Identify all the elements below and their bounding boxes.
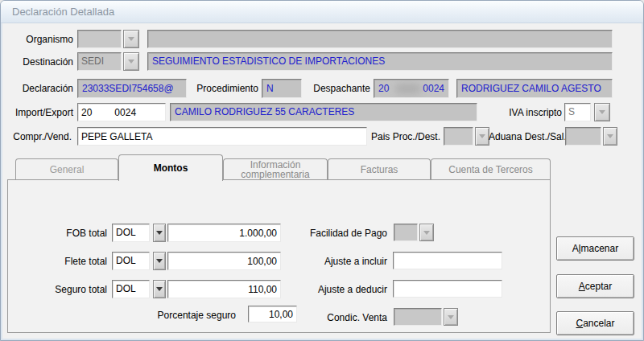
tab-facturas[interactable]: Facturas bbox=[328, 158, 431, 179]
facilidad-pago-label: Facilidad de Pago bbox=[299, 228, 387, 239]
import-export-description-field: CAMILO RODRIGUEZ 55 CARACTERES bbox=[170, 103, 477, 121]
cancelar-button[interactable]: Cancelar bbox=[556, 311, 634, 335]
aceptar-label-post: ceptar bbox=[585, 281, 612, 292]
destinacion-value: SEDI bbox=[77, 52, 122, 71]
tab-cuenta-terceros-label: Cuenta de Terceros bbox=[448, 165, 533, 175]
fob-currency-combobox[interactable]: DOL bbox=[112, 224, 150, 242]
iva-inscripto-input[interactable]: S bbox=[564, 103, 591, 121]
seguro-currency-value: DOL bbox=[112, 280, 150, 298]
compr-vend-input[interactable] bbox=[77, 127, 367, 146]
pais-proc-dest-value bbox=[444, 127, 473, 146]
declaracion-field: 23033SEDI754658@ bbox=[77, 79, 187, 98]
aduana-dest-sal-value bbox=[565, 127, 601, 146]
tab-info-label-line2: complementaria bbox=[241, 170, 309, 179]
pais-proc-dest-combobox bbox=[444, 127, 489, 146]
seguro-total-input[interactable] bbox=[167, 280, 281, 298]
organismo-value bbox=[77, 30, 122, 48]
fob-currency-dropdown-button[interactable] bbox=[153, 224, 166, 242]
iva-inscripto-dropdown-button bbox=[594, 103, 610, 121]
facilidad-pago-combobox bbox=[394, 224, 434, 241]
ajuste-incluir-input[interactable] bbox=[393, 252, 502, 269]
flete-total-input[interactable] bbox=[167, 252, 281, 270]
condic-venta-dropdown-button bbox=[444, 308, 458, 326]
despachante-name-field: RODRIGUEZ CAMILO AGESTO bbox=[456, 79, 613, 98]
redaction-blur bbox=[395, 84, 421, 94]
almacenar-label-pre: A bbox=[572, 243, 579, 254]
almacenar-button[interactable]: Almacenar bbox=[556, 236, 634, 261]
chevron-down-icon bbox=[156, 231, 163, 235]
aceptar-button[interactable]: Aceptar bbox=[556, 274, 634, 298]
ajuste-deducir-label: Ajuste a deducir bbox=[299, 284, 387, 295]
flete-currency-dropdown-button[interactable] bbox=[153, 252, 166, 270]
condic-venta-value bbox=[394, 308, 442, 326]
cancelar-label-accel: C bbox=[576, 318, 583, 329]
chevron-down-icon bbox=[156, 287, 163, 291]
cancelar-label-post: ancelar bbox=[583, 318, 614, 329]
organismo-label: Organismo bbox=[7, 34, 73, 45]
despachante-code-suffix: 0024 bbox=[423, 83, 444, 94]
chevron-down-icon bbox=[128, 37, 134, 41]
chevron-down-icon bbox=[607, 134, 613, 138]
declaration-dialog: Declaración Detallada Organismo Destinac… bbox=[0, 0, 644, 341]
import-export-label: Import/Export bbox=[7, 107, 73, 118]
procedimiento-field: N bbox=[262, 79, 302, 98]
tab-cuenta-de-terceros[interactable]: Cuenta de Terceros bbox=[431, 158, 551, 179]
flete-total-label: Flete total bbox=[33, 256, 107, 267]
tab-facturas-label: Facturas bbox=[361, 165, 398, 175]
tab-info-label-line1: Información bbox=[250, 160, 301, 170]
aceptar-label-accel: A bbox=[579, 281, 585, 292]
import-export-code-prefix: 20 bbox=[81, 107, 92, 118]
window-title: Declaración Detallada bbox=[12, 6, 114, 18]
import-export-code-input[interactable]: 20 0024 bbox=[77, 103, 166, 121]
import-export-code-suffix: 0024 bbox=[114, 107, 136, 118]
tab-general-label: General bbox=[50, 165, 85, 175]
tab-montos[interactable]: Montos bbox=[118, 154, 223, 181]
condic-venta-combobox bbox=[394, 308, 458, 326]
pais-proc-dest-label: Pais Proc./Dest. bbox=[371, 131, 440, 142]
condic-venta-label: Condic. Venta bbox=[299, 312, 387, 323]
organismo-dropdown-button bbox=[123, 30, 139, 48]
destinacion-combobox: SEDI bbox=[77, 52, 139, 71]
destinacion-label: Destinación bbox=[7, 56, 73, 68]
iva-inscripto-label: IVA inscripto bbox=[493, 107, 562, 118]
ajuste-deducir-input[interactable] bbox=[393, 280, 502, 298]
aduana-dest-sal-label: Aduana Dest./Sal. bbox=[489, 131, 563, 142]
compr-vend-label: Compr./Vend. bbox=[7, 131, 72, 142]
fob-currency-value: DOL bbox=[112, 224, 150, 242]
fob-total-input[interactable] bbox=[167, 224, 281, 242]
organismo-combobox bbox=[77, 30, 139, 48]
seguro-currency-combobox[interactable]: DOL bbox=[112, 280, 150, 298]
seguro-currency-dropdown-button[interactable] bbox=[153, 280, 166, 298]
porcentaje-seguro-input[interactable] bbox=[248, 306, 297, 323]
pais-proc-dest-dropdown-button bbox=[475, 127, 489, 146]
chevron-down-icon bbox=[128, 60, 134, 64]
procedimiento-label: Procedimiento bbox=[194, 83, 258, 94]
facilidad-pago-dropdown-button bbox=[419, 224, 434, 241]
ajuste-incluir-label: Ajuste a incluir bbox=[299, 256, 387, 267]
fob-total-label: FOB total bbox=[33, 228, 107, 239]
chevron-down-icon bbox=[156, 259, 163, 263]
declaracion-label: Declaración bbox=[7, 83, 73, 94]
chevron-down-icon bbox=[479, 134, 485, 138]
destinacion-dropdown-button bbox=[123, 52, 139, 71]
facilidad-pago-value bbox=[394, 224, 418, 241]
chevron-down-icon bbox=[599, 110, 605, 114]
despachante-label: Despachante bbox=[311, 83, 370, 94]
flete-currency-combobox[interactable]: DOL bbox=[112, 252, 150, 270]
title-bar: Declaración Detallada bbox=[1, 1, 643, 23]
almacenar-label-post: macenar bbox=[581, 243, 619, 254]
destinacion-description-field: SEGUIMIENTO ESTADISTICO DE IMPORTACIONES bbox=[147, 52, 613, 71]
chevron-down-icon bbox=[448, 315, 454, 319]
organismo-description-field bbox=[147, 30, 613, 48]
despachante-code-field: 20 0024 bbox=[374, 79, 449, 98]
aduana-dest-sal-combobox bbox=[565, 127, 617, 146]
tab-informacion-complementaria[interactable]: Información complementaria bbox=[223, 158, 328, 179]
aduana-dest-sal-dropdown-button bbox=[603, 127, 617, 146]
seguro-total-label: Seguro total bbox=[33, 284, 107, 295]
chevron-down-icon bbox=[423, 231, 430, 235]
tab-general[interactable]: General bbox=[15, 158, 118, 179]
porcentaje-seguro-label: Porcentaje seguro bbox=[131, 310, 236, 321]
tab-montos-label: Montos bbox=[154, 163, 188, 173]
flete-currency-value: DOL bbox=[112, 252, 150, 270]
despachante-code-prefix: 20 bbox=[378, 83, 389, 94]
